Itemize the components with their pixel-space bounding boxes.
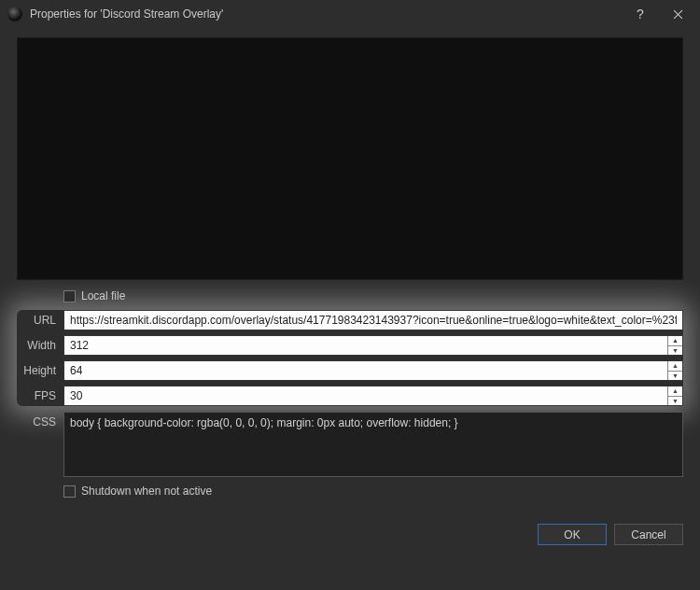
- highlighted-fields: URL Width ▲ ▼ Height: [17, 310, 683, 406]
- close-button[interactable]: [659, 0, 696, 28]
- css-label: CSS: [17, 412, 60, 428]
- height-input[interactable]: [64, 361, 667, 380]
- question-icon: ?: [637, 7, 644, 21]
- css-textarea[interactable]: [63, 412, 683, 477]
- url-row: URL: [17, 310, 683, 330]
- local-file-label: Local file: [81, 289, 125, 302]
- chevron-down-icon: ▼: [668, 345, 682, 356]
- ok-button[interactable]: OK: [538, 524, 607, 545]
- height-spinner[interactable]: ▲ ▼: [667, 361, 682, 380]
- titlebar: Properties for 'Discord Stream Overlay' …: [0, 0, 700, 28]
- width-input[interactable]: [64, 336, 667, 355]
- height-spinbox[interactable]: ▲ ▼: [63, 360, 683, 381]
- fps-spinbox[interactable]: ▲ ▼: [63, 386, 683, 406]
- chevron-down-icon: ▼: [668, 396, 682, 406]
- chevron-up-icon: ▲: [668, 386, 682, 396]
- width-row: Width ▲ ▼: [17, 335, 683, 356]
- cancel-button[interactable]: Cancel: [614, 524, 683, 545]
- height-label: Height: [17, 364, 60, 377]
- shutdown-label: Shutdown when not active: [81, 485, 212, 498]
- shutdown-row: Shutdown when not active: [63, 485, 683, 498]
- fps-label: FPS: [17, 389, 60, 402]
- chevron-up-icon: ▲: [668, 361, 682, 371]
- url-label: URL: [17, 314, 60, 327]
- width-spinner[interactable]: ▲ ▼: [667, 336, 682, 355]
- fps-spinner[interactable]: ▲ ▼: [667, 386, 682, 405]
- width-label: Width: [17, 339, 60, 352]
- fps-row: FPS ▲ ▼: [17, 386, 683, 406]
- source-preview: [17, 37, 683, 280]
- dialog-buttons: OK Cancel: [0, 514, 700, 560]
- local-file-row: Local file: [63, 289, 683, 302]
- local-file-checkbox[interactable]: [63, 290, 76, 302]
- chevron-up-icon: ▲: [668, 336, 682, 345]
- help-button[interactable]: ?: [622, 0, 659, 28]
- url-input[interactable]: [63, 310, 683, 330]
- close-icon: [673, 9, 683, 20]
- app-icon: [7, 7, 22, 21]
- height-row: Height ▲ ▼: [17, 360, 683, 381]
- width-spinbox[interactable]: ▲ ▼: [63, 335, 683, 356]
- window-title: Properties for 'Discord Stream Overlay': [30, 7, 622, 21]
- fps-input[interactable]: [64, 386, 667, 405]
- chevron-down-icon: ▼: [668, 371, 682, 381]
- shutdown-checkbox[interactable]: [63, 485, 76, 498]
- css-row: CSS: [17, 412, 683, 477]
